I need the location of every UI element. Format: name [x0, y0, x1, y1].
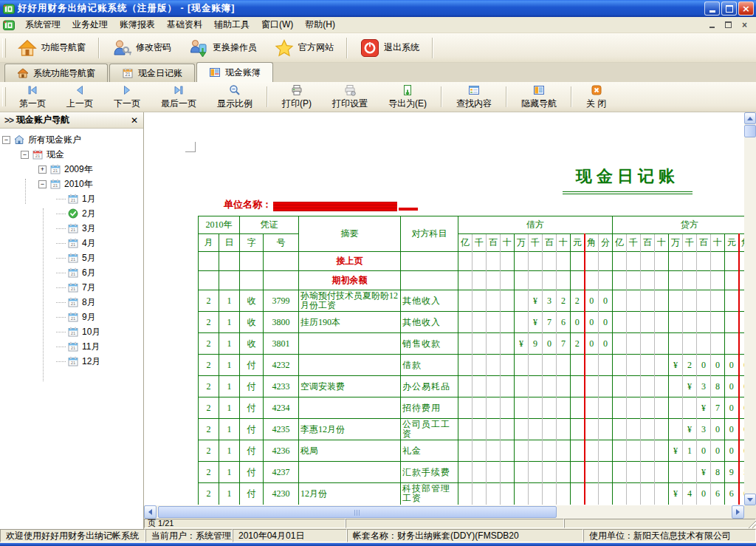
svg-text:21: 21	[71, 242, 76, 247]
vertical-scrollbar[interactable]	[744, 112, 756, 505]
menu-item[interactable]: 业务处理	[66, 18, 114, 31]
tree-item[interactable]: 211月	[0, 191, 143, 206]
tree-item[interactable]: 213月	[0, 221, 143, 236]
mdi-minimize-button[interactable]	[705, 18, 719, 31]
scroll-up-icon[interactable]	[744, 112, 756, 124]
report-toolbar-button[interactable]: 导出为(E)	[378, 82, 437, 112]
vertical-scroll-thumb[interactable]	[744, 125, 756, 137]
report-toolbar-button[interactable]: 打印设置	[322, 82, 378, 112]
expand-plus-icon[interactable]: +	[38, 165, 47, 174]
tab-item[interactable]: 系统功能导航窗	[4, 64, 108, 82]
tree-item-label: 10月	[82, 326, 100, 338]
tree-item[interactable]: 216月	[0, 265, 143, 280]
tree-connector	[56, 361, 66, 362]
toolbar-button[interactable]: 功能导航窗	[10, 35, 94, 61]
svg-text:21: 21	[71, 316, 76, 321]
tree-item[interactable]: 2112月	[0, 354, 143, 369]
report-toolbar-button[interactable]: 关 闭	[576, 82, 616, 112]
menu-item[interactable]: 账簿报表	[114, 18, 161, 31]
ledger-debit-digit	[599, 397, 613, 419]
ledger-credit-digit	[613, 312, 627, 333]
toolbar-button[interactable]: 修改密码	[104, 35, 179, 61]
scroll-down-icon[interactable]	[744, 494, 756, 505]
ledger-credit-digit	[683, 333, 697, 355]
ledger-header-digit: 万	[669, 234, 683, 252]
ledger-summary	[299, 355, 401, 376]
report-toolbar-button[interactable]: 隐藏导航	[511, 82, 567, 112]
toolbar-button[interactable]: 更换操作员	[181, 35, 265, 61]
tree-item[interactable]: 217月	[0, 280, 143, 295]
horizontal-scroll-thumb[interactable]	[158, 506, 557, 518]
toolbar-button[interactable]: 官方网站	[267, 35, 342, 61]
journal-tab-icon: 21	[122, 67, 134, 79]
tab-item[interactable]: 21现金日记账	[109, 64, 195, 82]
tab-active[interactable]: 现金账簿	[196, 62, 273, 82]
horizontal-scrollbar[interactable]	[144, 505, 744, 519]
tree-item[interactable]: 214月	[0, 236, 143, 250]
report-toolbar-button[interactable]: 查找内容	[446, 82, 502, 112]
ledger-header-digit: 十	[711, 234, 725, 252]
report-toolbar-button[interactable]: 最后一页	[151, 82, 207, 112]
tree-item[interactable]: 219月	[0, 310, 143, 324]
tree-item[interactable]: 215月	[0, 250, 143, 265]
mdi-restore-button[interactable]	[721, 18, 735, 31]
ledger-credit-digit	[641, 271, 655, 290]
ledger-debit-digit	[557, 271, 571, 290]
collapse-minus-icon[interactable]: −	[38, 180, 47, 188]
report-toolbar-button[interactable]: 显示比例	[207, 82, 263, 112]
ledger-row: 21收3800挂历190本其他收入¥76000	[199, 312, 745, 333]
ledger-debit-digit	[571, 419, 585, 440]
scroll-left-icon[interactable]	[144, 505, 157, 519]
export-icon	[402, 84, 413, 96]
menu-item[interactable]: 窗口(W)	[255, 18, 299, 31]
ledger-note: 接上页	[299, 252, 401, 271]
tree-item[interactable]: −212010年	[0, 177, 143, 191]
tree-connector	[56, 287, 66, 288]
report-toolbar-button-label: 导出为(E)	[388, 98, 427, 110]
ledger-debit-digit: 0	[599, 290, 613, 312]
menu-item[interactable]: 辅助工具	[208, 18, 255, 31]
ledger-word: 付	[240, 355, 264, 376]
collapse-minus-icon[interactable]: −	[21, 151, 29, 159]
ledger-credit-digit	[641, 397, 655, 419]
tree-item[interactable]: −所有现金账户	[0, 132, 143, 147]
minimize-button[interactable]	[704, 1, 720, 16]
tree-item-label: 2月	[82, 208, 96, 220]
scroll-right-icon[interactable]	[732, 505, 744, 519]
report-toolbar-button[interactable]: 第一页	[9, 82, 56, 112]
tree-item[interactable]: 2111月	[0, 339, 143, 354]
resize-grip[interactable]	[747, 519, 756, 528]
menu-item[interactable]: 系统管理	[19, 18, 66, 31]
tree-item[interactable]: +212009年	[0, 162, 143, 177]
ledger-credit-digit	[655, 483, 669, 505]
collapse-chevrons-icon[interactable]: >>	[4, 115, 13, 126]
menu-item[interactable]: 帮助(H)	[299, 18, 341, 31]
tree-item[interactable]: 218月	[0, 295, 143, 310]
report-toolbar-button[interactable]: 下一页	[103, 82, 151, 112]
menu-item[interactable]: 基础资料	[161, 18, 208, 31]
ledger-row: 21付4233空调安装费办公易耗品¥3800	[199, 376, 745, 397]
ledger-credit-digit: ¥	[683, 376, 697, 397]
ledger-header-digit: 万	[515, 234, 529, 252]
ledger-debit-digit	[472, 397, 487, 419]
report-toolbar-button[interactable]: 打印(P)	[272, 82, 322, 112]
tree-item[interactable]: 2110月	[0, 324, 143, 339]
toolbar-separator	[267, 86, 268, 107]
ledger-month: 2	[199, 419, 219, 440]
collapse-minus-icon[interactable]: −	[2, 136, 10, 144]
tree-item[interactable]: 2月	[0, 206, 143, 221]
toolbar-button[interactable]: 退出系统	[352, 35, 427, 61]
restore-button[interactable]	[721, 1, 737, 16]
mdi-close-button[interactable]: ×	[738, 18, 752, 31]
tree-item-label: 12月	[82, 355, 100, 368]
ledger-credit-digit: 6	[725, 483, 739, 505]
svg-text:21: 21	[125, 72, 131, 77]
tree-item[interactable]: −21现金	[0, 147, 143, 162]
ledger-summary: 挂历190本	[299, 312, 401, 333]
close-button[interactable]: ×	[738, 1, 754, 16]
sidebar-title: 现金账户导航	[16, 114, 69, 126]
ledger-voucher-no: 4234	[264, 397, 299, 419]
sidebar-close-icon[interactable]: ✕	[128, 115, 140, 126]
report-toolbar-button[interactable]: 上一页	[56, 82, 103, 112]
ledger-debit-digit: 0	[543, 333, 557, 355]
